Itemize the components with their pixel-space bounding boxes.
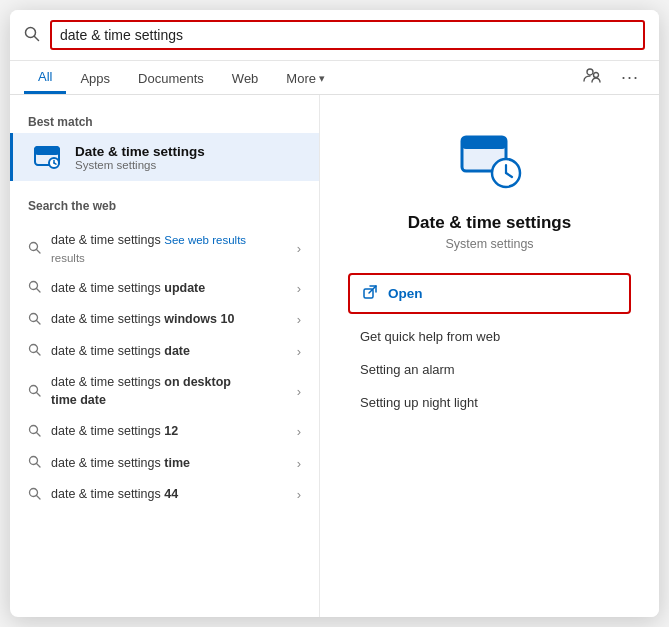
web-search-label: Search the web [10, 193, 319, 217]
best-match-subtitle: System settings [75, 159, 205, 171]
right-panel: Date & time settings System settings Ope… [320, 95, 659, 617]
chevron-right-icon: › [297, 312, 301, 327]
svg-line-8 [54, 163, 56, 164]
svg-line-12 [37, 289, 41, 293]
action-night-light[interactable]: Setting up night light [348, 386, 631, 419]
open-button[interactable]: Open [348, 273, 631, 314]
list-item[interactable]: date & time settings on desktoptime date… [10, 367, 319, 416]
best-match-item[interactable]: Date & time settings System settings [10, 133, 319, 181]
tabs-left: All Apps Documents Web More ▾ [24, 61, 339, 94]
open-label: Open [388, 286, 423, 301]
svg-line-24 [37, 495, 41, 499]
list-item[interactable]: date & time settings 12 › [10, 416, 319, 448]
persons-icon-button[interactable] [577, 62, 607, 93]
chevron-down-icon: ▾ [319, 72, 325, 85]
left-panel: Best match Date & time settings System s… [10, 95, 320, 617]
svg-line-1 [35, 36, 39, 40]
list-item[interactable]: date & time settings date › [10, 336, 319, 368]
list-item[interactable]: date & time settings time › [10, 448, 319, 480]
best-match-label: Best match [10, 109, 319, 133]
chevron-right-icon: › [297, 424, 301, 439]
tab-web[interactable]: Web [218, 63, 273, 94]
tabs-bar: All Apps Documents Web More ▾ [10, 61, 659, 95]
list-item[interactable]: date & time settings update › [10, 273, 319, 305]
app-subtitle: System settings [348, 237, 631, 251]
chevron-right-icon: › [297, 384, 301, 399]
app-icon-area [348, 125, 631, 197]
search-input[interactable] [50, 20, 645, 50]
search-icon [24, 26, 40, 45]
open-external-icon [362, 284, 378, 303]
svg-point-3 [593, 73, 598, 78]
svg-line-10 [37, 249, 41, 253]
svg-line-16 [37, 352, 41, 356]
list-item[interactable]: date & time settings See web results res… [10, 225, 319, 273]
chevron-right-icon: › [297, 344, 301, 359]
main-content: Best match Date & time settings System s… [10, 95, 659, 617]
chevron-right-icon: › [297, 241, 301, 256]
search-bar [10, 10, 659, 61]
svg-line-22 [37, 464, 41, 468]
more-options-button[interactable]: ··· [615, 64, 645, 92]
tab-apps[interactable]: Apps [66, 63, 124, 94]
tab-documents[interactable]: Documents [124, 63, 218, 94]
search-small-icon [28, 241, 41, 257]
chevron-right-icon: › [297, 281, 301, 296]
search-small-icon [28, 424, 41, 440]
app-title: Date & time settings [348, 213, 631, 233]
best-match-icon [31, 141, 63, 173]
search-small-icon [28, 280, 41, 296]
list-item[interactable]: date & time settings 44 › [10, 479, 319, 511]
search-small-icon [28, 343, 41, 359]
tabs-right: ··· [577, 62, 645, 93]
chevron-right-icon: › [297, 456, 301, 471]
svg-rect-26 [462, 137, 506, 149]
svg-rect-5 [35, 147, 59, 154]
svg-point-2 [587, 69, 593, 75]
search-small-icon [28, 487, 41, 503]
best-match-title: Date & time settings [75, 144, 205, 159]
search-small-icon [28, 384, 41, 400]
list-item[interactable]: date & time settings windows 10 › [10, 304, 319, 336]
ellipsis-icon: ··· [621, 67, 639, 87]
tab-all[interactable]: All [24, 61, 66, 94]
search-window: All Apps Documents Web More ▾ [10, 10, 659, 617]
web-search-list: date & time settings See web results res… [10, 225, 319, 511]
svg-line-20 [37, 432, 41, 436]
action-alarm[interactable]: Setting an alarm [348, 353, 631, 386]
best-match-info: Date & time settings System settings [75, 144, 205, 171]
search-small-icon [28, 312, 41, 328]
action-get-help[interactable]: Get quick help from web [348, 320, 631, 353]
svg-line-14 [37, 320, 41, 324]
app-icon [454, 125, 526, 197]
svg-line-18 [37, 392, 41, 396]
tab-more[interactable]: More ▾ [272, 63, 339, 94]
search-small-icon [28, 455, 41, 471]
chevron-right-icon: › [297, 487, 301, 502]
